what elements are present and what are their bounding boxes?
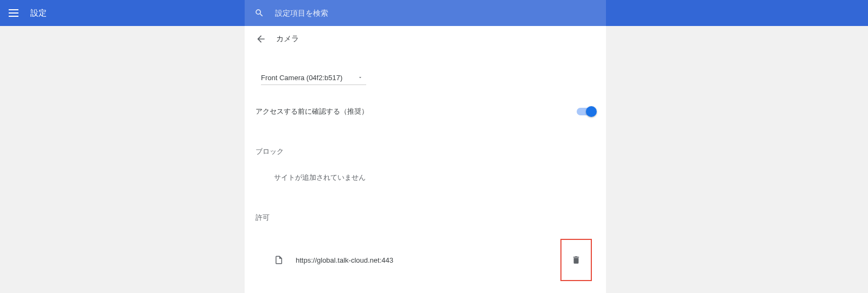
- page-header: カメラ: [245, 26, 606, 50]
- allowed-site-row: https://global.talk-cloud.net:443: [256, 239, 595, 281]
- ask-before-access-toggle[interactable]: [577, 108, 595, 115]
- toggle-knob: [586, 106, 597, 117]
- ask-before-access-row: アクセスする前に確認する（推奨）: [256, 107, 595, 116]
- arrow-left-icon: [256, 34, 266, 44]
- page-icon: [274, 255, 284, 265]
- search-box[interactable]: [245, 0, 606, 26]
- settings-content-panel: カメラ Front Camera (04f2:b517) アクセスする前に確認す…: [245, 26, 606, 293]
- delete-site-button[interactable]: [560, 239, 592, 281]
- search-icon: [254, 8, 264, 18]
- page-title: カメラ: [276, 34, 299, 44]
- hamburger-menu-icon[interactable]: [9, 6, 22, 19]
- back-button[interactable]: [256, 34, 266, 44]
- chevron-down-icon: [358, 73, 363, 82]
- camera-select-dropdown[interactable]: Front Camera (04f2:b517): [261, 73, 366, 85]
- block-section-label: ブロック: [256, 147, 595, 157]
- allowed-site-url: https://global.talk-cloud.net:443: [296, 256, 393, 264]
- app-title: 設定: [30, 8, 47, 18]
- camera-select-value: Front Camera (04f2:b517): [261, 74, 342, 82]
- trash-icon: [571, 255, 581, 265]
- allow-section-label: 許可: [256, 213, 595, 223]
- no-sites-text: サイトが追加されていません: [274, 173, 595, 183]
- search-input[interactable]: [275, 9, 596, 17]
- app-header: 設定: [0, 0, 868, 26]
- ask-before-access-label: アクセスする前に確認する（推奨）: [256, 107, 368, 116]
